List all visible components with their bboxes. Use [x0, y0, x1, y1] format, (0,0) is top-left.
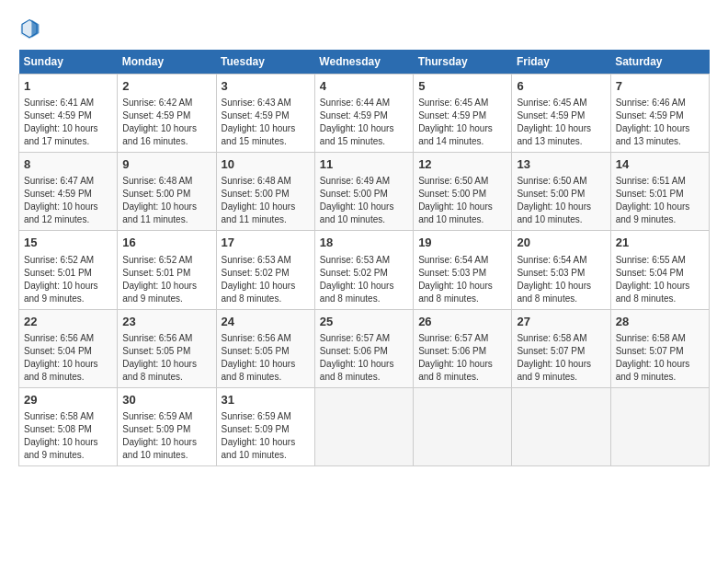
sunrise-text: Sunrise: 6:43 AM — [222, 98, 291, 108]
day-number: 28 — [616, 314, 704, 330]
table-row: 3Sunrise: 6:43 AMSunset: 4:59 PMDaylight… — [216, 75, 314, 153]
sunset-text: Sunset: 5:00 PM — [222, 189, 290, 199]
sunrise-text: Sunrise: 6:44 AM — [320, 98, 390, 108]
sunset-text: Sunset: 5:04 PM — [24, 346, 92, 356]
sunset-text: Sunset: 5:06 PM — [320, 346, 388, 356]
sunset-text: Sunset: 4:59 PM — [24, 189, 92, 199]
sunrise-text: Sunrise: 6:45 AM — [517, 98, 586, 108]
day-number: 11 — [320, 156, 408, 173]
day-number: 6 — [517, 78, 605, 95]
day-number: 8 — [24, 156, 112, 173]
table-row: 9Sunrise: 6:48 AMSunset: 5:00 PMDaylight… — [118, 153, 216, 231]
sunrise-text: Sunrise: 6:49 AM — [320, 176, 390, 186]
sunset-text: Sunset: 4:59 PM — [418, 110, 486, 121]
table-row: 14Sunrise: 6:51 AMSunset: 5:01 PMDayligh… — [610, 153, 709, 231]
table-row: 25Sunrise: 6:57 AMSunset: 5:06 PMDayligh… — [314, 309, 413, 387]
sunrise-text: Sunrise: 6:58 AM — [616, 333, 686, 343]
sunrise-text: Sunrise: 6:41 AM — [24, 98, 94, 108]
sunset-text: Sunset: 5:00 PM — [418, 189, 486, 199]
calendar-week-row: 15Sunrise: 6:52 AMSunset: 5:01 PMDayligh… — [19, 231, 710, 309]
table-row: 12Sunrise: 6:50 AMSunset: 5:00 PMDayligh… — [414, 153, 512, 231]
day-number: 25 — [320, 314, 408, 330]
table-row: 20Sunrise: 6:54 AMSunset: 5:03 PMDayligh… — [512, 231, 610, 309]
day-number: 20 — [517, 235, 605, 251]
sunset-text: Sunset: 5:01 PM — [616, 189, 684, 199]
day-number: 19 — [418, 235, 506, 251]
sunrise-text: Sunrise: 6:51 AM — [616, 176, 686, 186]
calendar-week-row: 8Sunrise: 6:47 AMSunset: 4:59 PMDaylight… — [19, 153, 710, 231]
table-row: 29Sunrise: 6:58 AMSunset: 5:08 PMDayligh… — [19, 387, 118, 465]
col-saturday: Saturday — [610, 50, 709, 75]
sunrise-text: Sunrise: 6:57 AM — [320, 333, 390, 343]
col-monday: Monday — [118, 50, 216, 75]
calendar-week-row: 1Sunrise: 6:41 AMSunset: 4:59 PMDaylight… — [19, 75, 710, 153]
daylight-text: Daylight: 10 hours and 8 minutes. — [24, 359, 98, 382]
day-number: 18 — [320, 235, 408, 251]
sunset-text: Sunset: 4:59 PM — [122, 110, 190, 121]
table-row: 6Sunrise: 6:45 AMSunset: 4:59 PMDaylight… — [512, 75, 610, 153]
table-row — [414, 387, 512, 465]
day-number: 1 — [24, 78, 112, 95]
table-row: 27Sunrise: 6:58 AMSunset: 5:07 PMDayligh… — [512, 309, 610, 387]
table-row: 5Sunrise: 6:45 AMSunset: 4:59 PMDaylight… — [414, 75, 512, 153]
daylight-text: Daylight: 10 hours and 14 minutes. — [418, 123, 493, 146]
sunrise-text: Sunrise: 6:47 AM — [24, 176, 94, 186]
daylight-text: Daylight: 10 hours and 8 minutes. — [517, 281, 591, 304]
table-row: 17Sunrise: 6:53 AMSunset: 5:02 PMDayligh… — [216, 231, 314, 309]
daylight-text: Daylight: 10 hours and 9 minutes. — [24, 281, 98, 304]
day-number: 15 — [24, 235, 112, 251]
day-number: 23 — [122, 314, 210, 330]
sunset-text: Sunset: 4:59 PM — [24, 110, 92, 121]
daylight-text: Daylight: 10 hours and 8 minutes. — [418, 281, 493, 304]
logo — [18, 18, 44, 40]
table-row: 16Sunrise: 6:52 AMSunset: 5:01 PMDayligh… — [118, 231, 216, 309]
table-row: 15Sunrise: 6:52 AMSunset: 5:01 PMDayligh… — [19, 231, 118, 309]
daylight-text: Daylight: 10 hours and 16 minutes. — [122, 123, 197, 146]
table-row — [610, 387, 709, 465]
sunset-text: Sunset: 5:08 PM — [24, 424, 92, 434]
sunset-text: Sunset: 5:00 PM — [320, 189, 388, 199]
col-sunday: Sunday — [19, 50, 118, 75]
sunset-text: Sunset: 5:00 PM — [517, 189, 585, 199]
table-row: 30Sunrise: 6:59 AMSunset: 5:09 PMDayligh… — [118, 387, 216, 465]
daylight-text: Daylight: 10 hours and 11 minutes. — [222, 201, 296, 224]
day-number: 29 — [24, 392, 112, 408]
day-number: 21 — [616, 235, 704, 251]
day-number: 9 — [122, 156, 210, 173]
sunrise-text: Sunrise: 6:54 AM — [517, 255, 586, 265]
day-number: 7 — [616, 78, 704, 95]
sunrise-text: Sunrise: 6:48 AM — [222, 176, 291, 186]
daylight-text: Daylight: 10 hours and 9 minutes. — [517, 359, 591, 382]
daylight-text: Daylight: 10 hours and 12 minutes. — [24, 201, 98, 224]
table-row: 24Sunrise: 6:56 AMSunset: 5:05 PMDayligh… — [216, 309, 314, 387]
col-tuesday: Tuesday — [216, 50, 314, 75]
daylight-text: Daylight: 10 hours and 9 minutes. — [616, 201, 690, 224]
sunset-text: Sunset: 5:06 PM — [418, 346, 486, 356]
table-row: 13Sunrise: 6:50 AMSunset: 5:00 PMDayligh… — [512, 153, 610, 231]
table-row: 11Sunrise: 6:49 AMSunset: 5:00 PMDayligh… — [314, 153, 413, 231]
sunset-text: Sunset: 5:07 PM — [517, 346, 585, 356]
table-row: 2Sunrise: 6:42 AMSunset: 4:59 PMDaylight… — [118, 75, 216, 153]
sunset-text: Sunset: 5:09 PM — [222, 424, 290, 434]
table-row: 1Sunrise: 6:41 AMSunset: 4:59 PMDaylight… — [19, 75, 118, 153]
sunset-text: Sunset: 5:05 PM — [122, 346, 190, 356]
sunset-text: Sunset: 5:00 PM — [122, 189, 190, 199]
day-number: 26 — [418, 314, 506, 330]
sunset-text: Sunset: 5:09 PM — [122, 424, 190, 434]
day-number: 27 — [517, 314, 605, 330]
sunrise-text: Sunrise: 6:53 AM — [222, 255, 291, 265]
sunrise-text: Sunrise: 6:50 AM — [418, 176, 488, 186]
table-row: 7Sunrise: 6:46 AMSunset: 4:59 PMDaylight… — [610, 75, 709, 153]
daylight-text: Daylight: 10 hours and 8 minutes. — [222, 281, 296, 304]
table-row: 10Sunrise: 6:48 AMSunset: 5:00 PMDayligh… — [216, 153, 314, 231]
table-row: 18Sunrise: 6:53 AMSunset: 5:02 PMDayligh… — [314, 231, 413, 309]
sunrise-text: Sunrise: 6:55 AM — [616, 255, 686, 265]
col-thursday: Thursday — [414, 50, 512, 75]
table-row: 8Sunrise: 6:47 AMSunset: 4:59 PMDaylight… — [19, 153, 118, 231]
day-number: 31 — [222, 392, 310, 408]
daylight-text: Daylight: 10 hours and 9 minutes. — [122, 281, 197, 304]
day-number: 22 — [24, 314, 112, 330]
table-row: 4Sunrise: 6:44 AMSunset: 4:59 PMDaylight… — [314, 75, 413, 153]
daylight-text: Daylight: 10 hours and 15 minutes. — [320, 123, 394, 146]
sunset-text: Sunset: 5:07 PM — [616, 346, 684, 356]
